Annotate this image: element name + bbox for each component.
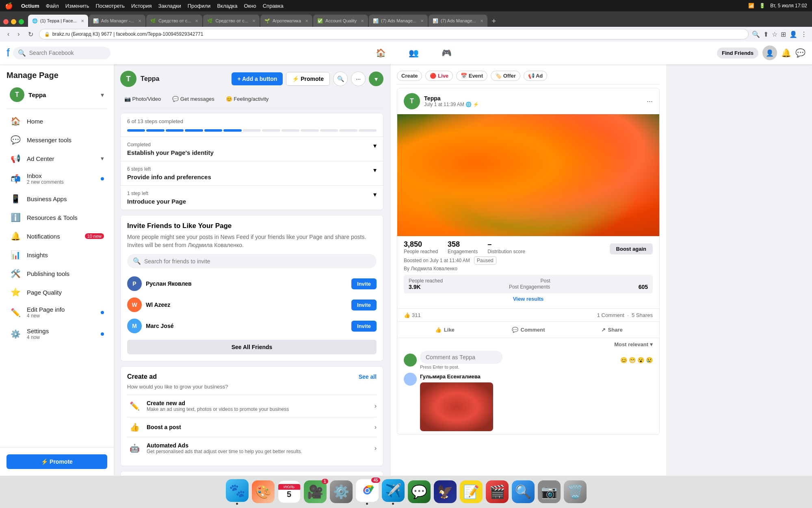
tab-4-close[interactable]: ✕ [252,19,256,23]
photo-video-btn[interactable]: 📷 Photo/Video [120,93,165,104]
ad-btn[interactable]: 📢 Ad [524,71,547,81]
menu-window[interactable]: Окно [244,3,256,9]
sidebar-item-edit-page[interactable]: ✏️ Edit Page info 4 new [3,302,110,323]
search-icon[interactable]: 🔍 [752,30,760,38]
sidebar-item-notifications[interactable]: 🔔 Notifications 10 new [3,227,110,245]
minimize-window-btn[interactable] [11,19,16,24]
tab-1-close[interactable]: ✕ [81,19,84,23]
forward-btn[interactable]: › [15,29,22,39]
tab-8[interactable]: 📊 (7) Ads Manage... ✕ [429,15,487,27]
tab-1[interactable]: 🌐 (1) Терра | Face... ✕ [28,15,88,27]
step-3[interactable]: 1 step left Introduce your Page ▾ [121,185,383,210]
reload-btn[interactable]: ↻ [26,29,36,40]
menu-icon[interactable]: ⋮ [801,30,807,38]
profile-icon[interactable]: 👤 [789,30,797,38]
ad-option-automated[interactable]: 🤖 Automated Ads Get personalised ads tha… [127,437,377,459]
dock-chrome[interactable]: 45 [356,479,379,505]
promote-button[interactable]: ⚡ Promote [6,454,107,469]
comments-sort[interactable]: Most relevant ▾ [404,341,653,347]
tab-7-close[interactable]: ✕ [420,19,424,23]
dock-facetime[interactable]: 🎥 1 [304,480,327,504]
emoji-icon-3[interactable]: 😮 [637,357,644,363]
emoji-icon-4[interactable]: 😢 [646,357,653,363]
comment-input[interactable] [420,351,502,364]
invite-btn-2[interactable]: Invite [351,300,377,310]
sidebar-item-resources[interactable]: ℹ️ Resources & Tools [3,208,110,226]
sidebar-item-insights[interactable]: 📊 Insights [3,246,110,264]
sidebar-page-item[interactable]: Т Терра ▾ [3,84,110,105]
like-button[interactable]: 👍 Like [404,323,486,336]
bookmark-icon[interactable]: ☆ [772,30,777,38]
tab-7[interactable]: 📊 (7) Ads Manage... ✕ [369,15,428,27]
menu-tab[interactable]: Вкладка [217,3,237,9]
emoji-icon-1[interactable]: 😊 [620,357,627,363]
invite-btn-1[interactable]: Invite [351,278,377,289]
sidebar-item-business-apps[interactable]: 📱 Business Apps [3,190,110,208]
messenger-icon[interactable]: 💬 [795,48,806,58]
tab-3-close[interactable]: ✕ [195,19,198,23]
dock-photos[interactable]: 📷 [538,480,561,504]
tab-3[interactable]: 🌿 Средство от с... ✕ [146,15,202,27]
sidebar-item-page-quality[interactable]: ⭐ Page Quality [3,283,110,301]
tab-8-close[interactable]: ✕ [480,19,483,23]
offer-btn[interactable]: 🏷️ Offer [491,71,520,81]
dock-launchpad[interactable]: 🎨 [252,480,275,504]
create-post-btn[interactable]: Create [397,71,422,81]
fullscreen-window-btn[interactable] [19,19,24,24]
home-nav-icon[interactable]: 🏠 [372,45,389,61]
share-icon[interactable]: ⬆ [763,30,769,38]
sidebar-item-settings[interactable]: ⚙️ Settings 4 now [3,323,110,344]
people-nav-icon[interactable]: 👥 [405,45,422,61]
view-results-link[interactable]: View results [404,293,653,304]
tab-5-close[interactable]: ✕ [305,19,308,23]
tab-2[interactable]: 📊 Ads Manager -... ✕ [89,15,145,27]
menu-bookmarks[interactable]: Закладки [158,3,181,9]
step-2[interactable]: 6 steps left Provide info and preference… [121,161,383,185]
dock-app8[interactable]: 🦅 [434,480,457,504]
boost-again-btn[interactable]: Boost again [610,243,653,254]
close-window-btn[interactable] [3,19,9,24]
sidebar-item-adcenter[interactable]: 📢 Ad Center ▾ [3,150,110,167]
page-settings-btn[interactable]: ▾ [369,72,383,86]
menu-file[interactable]: Файл [46,3,59,9]
dock-quicktime[interactable]: 🎬 [486,480,509,504]
address-bar[interactable]: 🔒 brakz.ru (Биогард К3) 9677 | facebook.… [39,29,749,39]
menu-profiles[interactable]: Профили [188,3,211,9]
promote-page-button[interactable]: ⚡ Promote [286,72,330,86]
dock-whatsapp[interactable]: 💬 [408,480,431,504]
search-input[interactable] [29,50,102,56]
dock-telegram[interactable]: ✈️ [382,479,405,505]
tab-5[interactable]: 🌱 Агротематика ✕ [260,15,312,27]
share-button[interactable]: ↗ Share [571,323,653,336]
ad-option-create[interactable]: ✏️ Create new ad Make an ad using text, … [127,395,377,417]
more-options-btn[interactable]: ··· [351,72,366,86]
sidebar-item-inbox[interactable]: 📬 Inbox 2 new comments [3,168,110,189]
search-friends-input[interactable] [144,258,371,265]
dock-settings[interactable]: ⚙️ [330,480,353,504]
extensions-icon[interactable]: ⊞ [781,30,786,38]
menu-history[interactable]: История [131,3,152,9]
tab-4[interactable]: 🌿 Средство от с... ✕ [203,15,259,27]
fb-search-box[interactable]: 🔍 [13,47,110,59]
live-btn[interactable]: 🔴 Live [425,71,453,81]
tab-6-close[interactable]: ✕ [361,19,364,23]
ad-option-boost[interactable]: 👍 Boost a post › [127,417,377,437]
step-1[interactable]: Completed Establish your Page's identity… [121,137,383,161]
tab-6[interactable]: ✅ Account Quality ✕ [313,15,368,27]
invite-search-box[interactable]: 🔍 [127,254,377,268]
post-more-icon[interactable]: ··· [647,97,653,106]
tab-2-close[interactable]: ✕ [138,19,141,23]
apple-logo[interactable]: 🍎 [5,2,13,10]
user-avatar[interactable]: 👤 [762,46,777,60]
comment-button[interactable]: 💬 Comment [487,323,569,336]
feeling-activity-btn[interactable]: 😊 Feeling/activity [222,93,273,104]
menu-view[interactable]: Посмотреть [95,3,125,9]
invite-btn-3[interactable]: Invite [351,321,377,332]
search-page-btn[interactable]: 🔍 [333,72,348,86]
back-btn[interactable]: ‹ [5,29,12,39]
get-messages-btn[interactable]: 💬 Get messages [168,93,218,104]
sidebar-item-home[interactable]: 🏠 Home [3,112,110,130]
event-btn[interactable]: 📅 Event [456,71,487,81]
notifications-icon[interactable]: 🔔 [781,48,791,58]
see-all-ads-link[interactable]: See all [359,373,377,380]
